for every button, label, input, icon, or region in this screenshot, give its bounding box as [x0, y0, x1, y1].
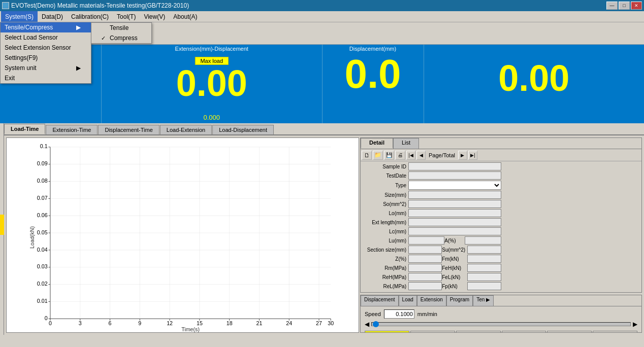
last-page-button[interactable]: ▶|	[468, 151, 477, 160]
form-left: Sample ID TestDate Type	[363, 162, 501, 291]
tab-load-extension[interactable]: Load-Extension	[160, 125, 212, 134]
submenu-compress[interactable]: ✓ Compress	[91, 33, 151, 43]
title-bar: EVOTest(Demo) Metallic materials-Tensile…	[0, 0, 644, 11]
menu-exit[interactable]: Exit	[1, 73, 91, 83]
tab-load-time[interactable]: Load-Time	[4, 124, 45, 134]
submenu-tensile[interactable]: Tensile	[91, 23, 151, 33]
first-page-button[interactable]: |◀	[406, 151, 415, 160]
main-area: Load-Time Extension-Time Displacement-Ti…	[0, 123, 644, 335]
speed-label: Speed	[365, 311, 381, 317]
menu-view[interactable]: View(V)	[140, 11, 169, 22]
z-input[interactable]	[408, 255, 442, 263]
menu-settings[interactable]: Settings(F9)	[1, 53, 91, 63]
menu-calibration[interactable]: Calibration(C)	[67, 11, 113, 22]
test-date-input[interactable]	[408, 171, 501, 180]
right-panels: Detail List 🗋 📁 💾 🖨 |◀ ◀ Page/Total ▶ ▶|	[360, 135, 644, 335]
speed-btn-5[interactable]: 5	[593, 331, 637, 333]
sample-id-input[interactable]	[408, 162, 501, 170]
speed-btn-0.1[interactable]: 0.1	[365, 331, 409, 333]
tab-load[interactable]: Load	[399, 295, 417, 306]
detail-btn-4[interactable]: 🖨	[395, 151, 405, 160]
speed-btn-0.5[interactable]: 0.5	[456, 331, 501, 333]
menu-tensile-compress[interactable]: Tensile/Compress ▶	[1, 22, 91, 32]
speed-input[interactable]	[384, 309, 414, 319]
rm-input[interactable]	[408, 264, 442, 272]
tab-displacement[interactable]: Displacement	[361, 295, 399, 306]
ext-length-input[interactable]	[408, 218, 501, 226]
ext-length-label: Ext length(mm)	[363, 220, 408, 225]
window-title: EVOTest(Demo) Metallic materials-Tensile…	[11, 2, 189, 9]
speed-btn-0.2[interactable]: 0.2	[410, 331, 455, 333]
size-input[interactable]	[408, 191, 501, 199]
new-doc-button[interactable]: 🗋	[362, 151, 372, 160]
extension-display: Extension(mm)-Displacement Max load 0.00…	[102, 45, 323, 123]
maximize-button[interactable]: □	[619, 2, 630, 10]
feh-input[interactable]	[467, 264, 501, 272]
left-scrollbar[interactable]	[0, 123, 4, 335]
prev-page-button[interactable]: ◀	[416, 151, 426, 160]
center-panel: Load-Time Extension-Time Displacement-Ti…	[4, 123, 644, 335]
slider-thumb[interactable]	[373, 321, 379, 327]
slider-right-arrow[interactable]: ▶	[633, 321, 637, 328]
svg-text:0.06: 0.06	[37, 212, 48, 218]
chart-container[interactable]: Load(kN) 0 0.01 0.02 0.03 0.04 0.05 0.06…	[6, 137, 359, 333]
speed-btn-2[interactable]: 2	[547, 331, 592, 333]
next-page-button[interactable]: ▶	[458, 151, 467, 160]
menu-about[interactable]: About(A)	[169, 11, 201, 22]
fel-input[interactable]	[467, 273, 501, 281]
extension-value: 0.00	[176, 63, 247, 103]
open-doc-button[interactable]: 📁	[373, 151, 383, 160]
content-row: Load(kN) 0 0.01 0.02 0.03 0.04 0.05 0.06…	[4, 135, 644, 335]
lu-input[interactable]	[408, 236, 444, 245]
rel-input[interactable]	[408, 282, 442, 290]
slider-left-arrow[interactable]: ◀	[365, 321, 369, 328]
lo-input[interactable]	[408, 209, 501, 217]
tab-extension-time[interactable]: Extension-Time	[46, 125, 98, 134]
tab-program[interactable]: Program	[446, 295, 473, 306]
scroll-thumb[interactable]	[0, 215, 4, 235]
detail-btn-3[interactable]: 💾	[384, 151, 394, 160]
su-input[interactable]	[467, 246, 501, 254]
svg-text:18: 18	[227, 320, 233, 326]
svg-text:0.1: 0.1	[40, 143, 48, 149]
type-select[interactable]	[408, 181, 501, 190]
menu-system[interactable]: System(S)	[1, 11, 38, 22]
chart-tabs: Load-Time Extension-Time Displacement-Ti…	[4, 123, 644, 135]
fp-input[interactable]	[467, 282, 501, 290]
speed-row: Speed mm/min	[365, 309, 637, 319]
fm-input[interactable]	[467, 255, 501, 263]
slider-track[interactable]	[371, 322, 631, 326]
a-input[interactable]	[465, 236, 501, 245]
tab-displacement-time[interactable]: Displacement-Time	[98, 125, 159, 134]
menu-system-unit[interactable]: System unit ▶	[1, 63, 91, 73]
minimize-button[interactable]: —	[606, 2, 618, 10]
lc-label: Lc(mm)	[363, 229, 408, 234]
section-size-row: Section size(mm) Su(mm^2)	[363, 246, 501, 254]
detail-list-panel: Detail List 🗋 📁 💾 🖨 |◀ ◀ Page/Total ▶ ▶|	[360, 137, 642, 293]
lo-row: Lo(mm)	[363, 209, 501, 217]
tab-load-displacement[interactable]: Load-Displacement	[212, 125, 274, 134]
feh-label: FeH(kN)	[442, 265, 467, 271]
menu-select-extension-sensor[interactable]: Select Extension Sensor	[1, 43, 91, 53]
close-button[interactable]: ✕	[631, 2, 642, 10]
section-size-input[interactable]	[408, 246, 442, 254]
sample-id-row: Sample ID	[363, 162, 501, 170]
menu-tool[interactable]: Tool(T)	[113, 11, 140, 22]
reh-input[interactable]	[408, 273, 442, 281]
svg-text:0: 0	[45, 315, 48, 321]
rm-row: Rm(MPa) FeH(kN)	[363, 264, 501, 272]
svg-text:0: 0	[49, 320, 52, 326]
menu-data[interactable]: Data(D)	[38, 11, 67, 22]
speed-btn-1[interactable]: 1	[502, 331, 546, 333]
svg-text:9: 9	[138, 320, 141, 326]
so-input[interactable]	[408, 200, 501, 208]
lc-row: Lc(mm)	[363, 227, 501, 235]
tab-ten[interactable]: Ten ▶	[473, 295, 494, 306]
tab-detail[interactable]: Detail	[361, 138, 393, 149]
tab-list[interactable]: List	[393, 138, 419, 149]
tab-extension[interactable]: Extension	[417, 295, 446, 306]
menu-select-load-sensor[interactable]: Select Load Sensor	[1, 32, 91, 43]
display-bar: 0.0 Extension(mm)-Displacement Max load …	[0, 45, 644, 123]
lc-input[interactable]	[408, 227, 501, 235]
x-axis-label: Time(s)	[181, 326, 200, 332]
